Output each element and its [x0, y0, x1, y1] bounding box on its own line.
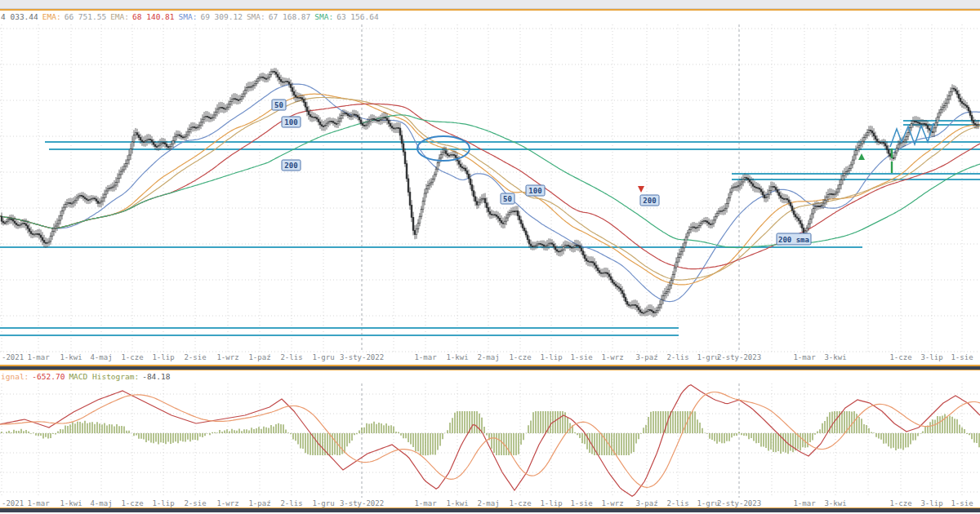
macd-axis-label: 3-lip	[920, 499, 942, 507]
macd-axis-label: 1-cze	[509, 499, 531, 507]
main-axis-label: 3-kwi	[824, 353, 846, 361]
macd-axis-label: 1-sie	[951, 499, 973, 507]
trading-chart-window: 4 033.44EMA:66 751.55EMA:68 140.81SMA:69…	[0, 0, 980, 514]
macd-axis-label: -2021	[2, 499, 24, 507]
macd-axis-label: 1-paź	[248, 499, 270, 507]
main-axis-label: 1-cze	[889, 353, 911, 361]
macd-axis-label: 1-lip	[540, 499, 562, 507]
main-axis-label: 1-kwi	[60, 353, 82, 361]
chart-canvas[interactable]: 5010020050100200200 sma-20211-mar1-kwi4-…	[0, 0, 980, 514]
svg-text:200 sma: 200 sma	[778, 236, 809, 244]
macd-axis-label: 1-cze	[121, 499, 143, 507]
svg-text:100: 100	[528, 187, 541, 195]
main-axis-label: 1-cze	[121, 353, 143, 361]
macd-axis-label: 2-lis	[666, 499, 688, 507]
ma-tan	[0, 97, 980, 280]
main-axis-label: 3-paź	[635, 353, 657, 361]
legend-value: -84.18	[142, 372, 170, 381]
macd-axis-label: 1-wrz	[601, 499, 623, 507]
main-axis-label: 1-paź	[248, 353, 270, 361]
macd-axis-label: 2-maj	[477, 499, 499, 507]
macd-axis-label: 1-mar	[414, 499, 437, 507]
main-axis-label: 2-lis	[280, 353, 302, 361]
main-axis-label: 2-lis	[666, 353, 688, 361]
macd-axis-label: 1-kwi	[446, 499, 468, 507]
main-axis-label: 2-sie	[184, 353, 206, 361]
legend-label: MACD Histogram:	[69, 372, 139, 381]
main-axis-label: 1-sie	[570, 353, 592, 361]
main-axis-label: 1-lip	[152, 353, 174, 361]
macd-line	[0, 385, 980, 497]
red-pin-icon	[638, 186, 644, 193]
legend-value: -652.70	[32, 372, 65, 381]
main-axis-label: 2-sty-2023	[717, 353, 761, 361]
bottom-divider-bar	[0, 507, 980, 512]
main-axis-label: 1-kwi	[446, 353, 468, 361]
main-axis-label: 2-maj	[477, 353, 499, 361]
main-axis-label: 1-mar	[793, 353, 816, 361]
macd-axis-label: 4-maj	[90, 499, 112, 507]
macd-axis-label: 1-gru	[697, 499, 719, 507]
main-axis-label: 1-wrz	[601, 353, 623, 361]
main-axis-label: -2021	[2, 353, 24, 361]
svg-text:100: 100	[284, 118, 297, 126]
macd-axis-label: 1-mar	[793, 499, 816, 507]
macd-axis-label: 3-sty-2022	[340, 499, 384, 507]
main-axis-label: 3-lip	[920, 353, 942, 361]
macd-axis-label: 3-kwi	[824, 499, 846, 507]
main-axis-label: 1-wrz	[216, 353, 238, 361]
macd-axis-label: 1-gru	[312, 499, 334, 507]
macd-axis-label: 2-lis	[280, 499, 302, 507]
macd-legend-items: ignal:-652.70MACD Histogram:-84.18	[1, 372, 175, 381]
svg-text:200: 200	[643, 197, 656, 205]
macd-axis-label: 1-cze	[889, 499, 911, 507]
macd-axis-label: 1-lip	[152, 499, 174, 507]
green-up-arrow-icon	[858, 153, 865, 160]
svg-text:200: 200	[284, 162, 297, 170]
panel-divider[interactable]	[0, 365, 980, 370]
main-axis-label: 1-gru	[312, 353, 334, 361]
macd-axis-label: 1-mar	[27, 499, 50, 507]
main-axis-label: 4-maj	[90, 353, 112, 361]
macd-axis-label: 1-kwi	[60, 499, 82, 507]
macd-axis-label: 3-paź	[635, 499, 657, 507]
legend-label: ignal:	[1, 372, 29, 381]
svg-text:50: 50	[274, 101, 283, 109]
ma-100-orange	[0, 94, 980, 285]
svg-text:50: 50	[503, 195, 512, 203]
macd-legend: ignal:-652.70MACD Histogram:-84.18	[1, 372, 980, 382]
main-axis-label: 1-lip	[540, 353, 562, 361]
macd-axis-label: 1-sie	[570, 499, 592, 507]
main-axis-label: 1-cze	[509, 353, 531, 361]
main-axis-label: 3-sty-2022	[340, 353, 384, 361]
macd-axis-label: 1-wrz	[216, 499, 238, 507]
macd-axis-label: 2-sie	[184, 499, 206, 507]
main-axis-label: 1-mar	[27, 353, 50, 361]
main-axis-label: 1-gru	[697, 353, 719, 361]
macd-signal-line	[0, 392, 980, 488]
main-axis-label: 1-sie	[951, 353, 973, 361]
macd-axis-label: 2-sty-2023	[717, 499, 761, 507]
main-axis-label: 1-mar	[414, 353, 437, 361]
